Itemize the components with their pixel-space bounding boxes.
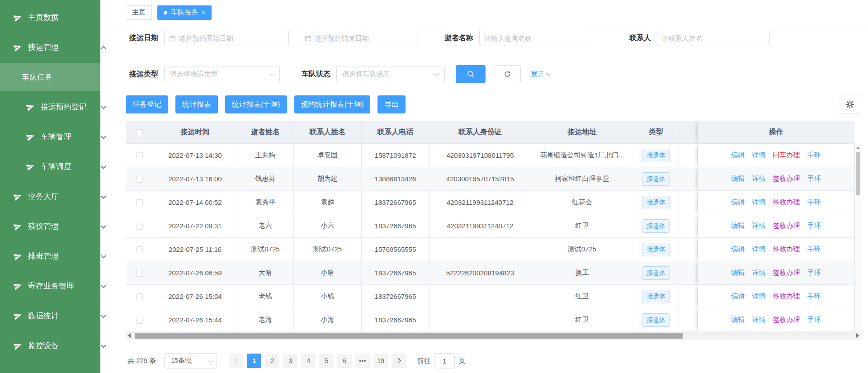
detail-link[interactable]: 详情 [752, 269, 765, 276]
page-button-5[interactable]: 5 [319, 354, 334, 368]
edit-link[interactable]: 编辑 [731, 269, 745, 276]
sign-receipt-link[interactable]: 签收办理 [773, 175, 800, 182]
detail-link[interactable]: 详情 [752, 175, 765, 182]
fleet-status-select[interactable]: 请选择车队状态 [336, 66, 445, 82]
horizontal-scrollbar-thumb[interactable] [135, 333, 683, 339]
stats-report-shiyan-button[interactable]: 统计报表(十堰) [225, 95, 287, 113]
horizontal-scrollbar[interactable] [126, 332, 861, 340]
row-checkbox[interactable] [136, 199, 143, 206]
edit-link[interactable]: 编辑 [731, 198, 745, 206]
cell-deceased-name: 王兆梅 [237, 144, 294, 167]
page-button-2[interactable]: 2 [265, 354, 279, 368]
more-pages-button[interactable]: ••• [355, 354, 370, 368]
contact-name-input[interactable] [657, 30, 770, 46]
cell-deceased-name: 老海 [237, 308, 294, 332]
scroll-up-icon[interactable] [856, 146, 860, 149]
row-checkbox[interactable] [136, 176, 143, 183]
cell-operation: 编辑 详情 签收办理 手环 [698, 261, 854, 285]
detail-link[interactable]: 详情 [752, 292, 765, 300]
edit-link[interactable]: 编辑 [731, 245, 745, 253]
detail-link[interactable]: 详情 [752, 245, 765, 253]
pickup-date-end-input[interactable] [300, 30, 419, 46]
sidebar-item-monitoring-devices[interactable]: 监控设备 [0, 331, 112, 360]
row-checkbox[interactable] [136, 293, 143, 300]
sign-receipt-link[interactable]: 签收办理 [773, 198, 800, 206]
sidebar-item-transport-reservation[interactable]: 接运预约登记 [0, 93, 112, 121]
sidebar-item-home-data[interactable]: 主页数据 [0, 3, 112, 32]
sign-receipt-link[interactable]: 签收办理 [773, 292, 800, 300]
sidebar-item-shift-management[interactable]: 排班管理 [0, 242, 112, 270]
pickup-date-label: 接运日期 [126, 33, 158, 43]
scroll-left-icon[interactable] [128, 333, 131, 338]
row-checkbox[interactable] [136, 317, 143, 324]
row-checkbox[interactable] [136, 246, 143, 253]
wristband-link[interactable]: 手环 [807, 245, 821, 253]
refresh-icon [504, 71, 511, 78]
expand-toggle[interactable]: 展开 [531, 70, 550, 79]
export-button[interactable]: 导出 [377, 95, 406, 113]
next-page-button[interactable] [392, 354, 406, 368]
table-row: 2022-07-22 09:31 老六 小六 18372667965 42032… [126, 214, 854, 238]
sidebar-item-transport-management[interactable]: 接运管理 [0, 33, 112, 61]
sidebar-item-funeral-management[interactable]: 殡仪管理 [0, 212, 112, 241]
chevron-down-icon [101, 313, 106, 318]
edit-link[interactable]: 编辑 [731, 292, 745, 300]
type-badge: 接遗体 [642, 243, 670, 256]
detail-link[interactable]: 详情 [752, 316, 765, 323]
reservation-stats-report-shiyan-button[interactable]: 预约统计报表(十堰) [294, 95, 371, 113]
page-button-3[interactable]: 3 [283, 354, 297, 368]
sidebar-item-storage-business[interactable]: 寄存业务管理 [0, 272, 112, 300]
sign-receipt-link[interactable]: 签收办理 [773, 316, 800, 323]
wristband-link[interactable]: 手环 [807, 175, 821, 182]
wristband-link[interactable]: 手环 [807, 222, 821, 229]
tab-home[interactable]: 主页 [126, 5, 152, 20]
task-register-button[interactable]: 任务登记 [126, 95, 168, 113]
wristband-link[interactable]: 手环 [807, 292, 821, 300]
page-button-19[interactable]: 19 [373, 354, 388, 368]
row-checkbox[interactable] [136, 223, 143, 230]
sidebar-item-label: 接运管理 [28, 42, 59, 52]
select-all-checkbox[interactable] [136, 129, 143, 136]
wristband-link[interactable]: 手环 [807, 198, 821, 206]
pickup-date-start-input[interactable] [164, 30, 289, 46]
table-row: 2022-07-13 16:00 钱惠芬 胡为建 13886813426 420… [126, 167, 854, 191]
edit-link[interactable]: 编辑 [731, 175, 745, 182]
vertical-scrollbar-thumb[interactable] [856, 152, 860, 195]
page-button-1[interactable]: 1 [247, 354, 261, 368]
sidebar-item-business-hall[interactable]: 业务大厅 [0, 182, 112, 211]
wristband-link[interactable]: 手环 [807, 316, 821, 323]
prev-page-button[interactable] [229, 354, 243, 368]
settings-button[interactable] [839, 95, 861, 114]
row-checkbox[interactable] [136, 270, 143, 277]
return-vehicle-link[interactable]: 回车办理 [773, 151, 800, 159]
edit-link[interactable]: 编辑 [731, 316, 745, 323]
pickup-type-select[interactable]: 请选择接运类型 [164, 66, 280, 82]
sidebar-item-vehicle-dispatch[interactable]: 车辆调度 [0, 152, 112, 181]
page-button-6[interactable]: 6 [337, 354, 352, 368]
sign-receipt-link[interactable]: 签收办理 [773, 269, 800, 276]
scroll-right-icon[interactable] [856, 333, 859, 338]
sidebar-item-fleet-tasks[interactable]: 车队任务 [0, 63, 112, 91]
sidebar-item-data-statistics[interactable]: 数据统计 [0, 302, 112, 330]
stats-report-button[interactable]: 统计报表 [175, 95, 218, 113]
detail-link[interactable]: 详情 [752, 151, 765, 159]
wristband-link[interactable]: 手环 [807, 269, 821, 276]
vertical-scrollbar[interactable] [854, 144, 861, 340]
search-button[interactable] [456, 65, 486, 83]
close-icon[interactable]: × [202, 9, 205, 16]
detail-link[interactable]: 详情 [752, 222, 765, 229]
goto-page-input[interactable] [434, 353, 455, 368]
detail-link[interactable]: 详情 [752, 198, 765, 206]
wristband-link[interactable]: 手环 [807, 151, 821, 159]
sign-receipt-link[interactable]: 签收办理 [773, 222, 800, 229]
page-size-select[interactable]: 15条/页 [164, 353, 217, 368]
row-checkbox[interactable] [136, 152, 143, 159]
deceased-name-input[interactable] [479, 30, 592, 46]
page-button-4[interactable]: 4 [301, 354, 316, 368]
edit-link[interactable]: 编辑 [731, 151, 745, 159]
tab-fleet-tasks[interactable]: 车队任务 × [157, 5, 212, 20]
sidebar-item-vehicle-management[interactable]: 车辆管理 [0, 123, 112, 151]
edit-link[interactable]: 编辑 [731, 222, 745, 229]
sign-receipt-link[interactable]: 签收办理 [773, 245, 800, 253]
refresh-button[interactable] [494, 65, 521, 83]
